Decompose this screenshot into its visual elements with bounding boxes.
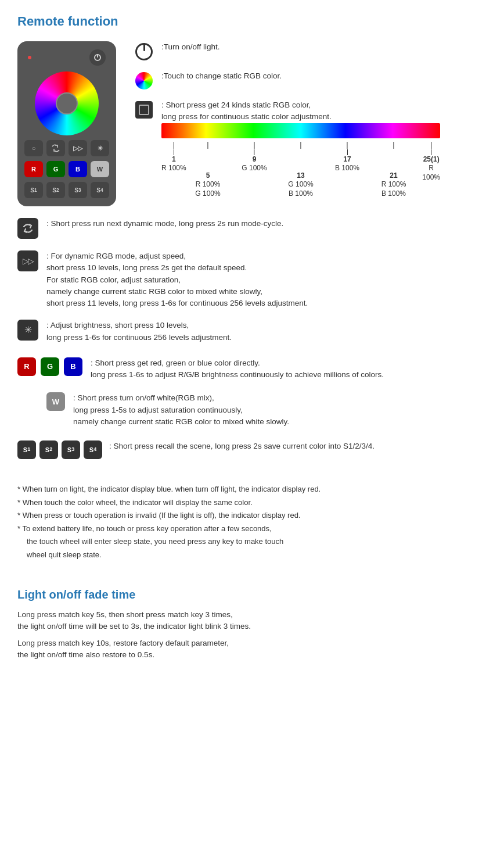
power-desc-row: :Turn on/off light.	[134, 41, 487, 62]
remote-btn-s3[interactable]: S3	[69, 182, 87, 198]
square-desc-text: : Short press get 24 kinds static RGB co…	[161, 99, 332, 123]
brightness-row: ✳ : Adjust brightness, short press 10 le…	[17, 320, 487, 343]
colorwheel-icon-box	[134, 70, 154, 91]
dynamic-mode-text: : Short press run next dynamic mode, lon…	[46, 218, 283, 230]
remote-btn-b[interactable]: B	[69, 161, 87, 177]
light-section-title: Light on/off fade time	[17, 586, 487, 603]
remote-row1: ○ ▷▷ ✳	[24, 140, 109, 156]
color-bar-labels: 1 R 100% 9 G 100% 17 B 100%	[161, 141, 440, 176]
spacer5	[17, 434, 487, 440]
remote-btn-s2[interactable]: S2	[46, 182, 65, 198]
remote-btn-speed[interactable]: ▷▷	[69, 140, 87, 156]
tick-5: 5 R 100% G 100%	[195, 141, 220, 199]
square-desc-row: : Short press get 24 kinds static RGB co…	[134, 99, 487, 123]
colorwheel-desc-row: :Touch to change static RGB color.	[134, 70, 487, 91]
note-4: * To extend battery life, no touch or pr…	[17, 523, 487, 535]
spacer2	[17, 315, 487, 320]
note-3: * When press or touch operation is inval…	[17, 510, 487, 521]
page-title: Remote function	[17, 12, 487, 31]
colorwheel-icon	[135, 72, 153, 89]
speed-icon: ▷▷	[17, 250, 38, 271]
svg-rect-1	[97, 54, 98, 58]
s3-button: S3	[62, 440, 80, 459]
tick-25: 25(1) R 100%	[422, 141, 440, 182]
brightness-text: : Adjust brightness, short press 10 leve…	[46, 320, 232, 343]
square-icon-box	[134, 99, 154, 120]
color-wheel-center	[56, 92, 78, 114]
top-section: ○ ▷▷ ✳ R G B W S1 S2 S3 S4 :Turn on/off …	[17, 41, 487, 206]
spacer1	[17, 245, 487, 250]
note-2: * When touch the color wheel, the indica…	[17, 497, 487, 508]
remote-btn-dynamic[interactable]	[46, 140, 65, 156]
r-button: R	[17, 357, 36, 376]
power-icon	[135, 43, 153, 60]
tick-9: 9 G 100%	[242, 141, 267, 173]
s1-button: S1	[17, 440, 36, 459]
remote-btn-circle[interactable]: ○	[24, 140, 43, 156]
remote-row3: S1 S2 S3 S4	[24, 182, 109, 198]
dynamic-mode-row: : Short press run next dynamic mode, lon…	[17, 218, 487, 239]
remote-control: ○ ▷▷ ✳ R G B W S1 S2 S3 S4	[17, 41, 116, 206]
light-section: Light on/off fade time Long press match …	[17, 586, 487, 661]
remote-row2: R G B W	[24, 161, 109, 177]
s4-button: S4	[84, 440, 102, 459]
b-button: B	[64, 357, 82, 376]
note-1: * When turn on light, the indicator disp…	[17, 483, 487, 495]
remote-btn-r[interactable]: R	[24, 161, 43, 177]
colorwheel-desc-text: :Touch to change static RGB color.	[161, 70, 282, 82]
remote-top-row	[24, 49, 109, 66]
note-5: the touch wheel will enter sleep state, …	[17, 536, 487, 547]
right-descriptions: :Turn on/off light. :Touch to change sta…	[134, 41, 487, 176]
tick-13: 13 G 100% B 100%	[288, 141, 313, 199]
speed-row: ▷▷ : For dynamic RGB mode, adjust speed,…	[17, 250, 487, 309]
speed-text: : For dynamic RGB mode, adjust speed, sh…	[46, 250, 308, 309]
spacer7	[17, 566, 487, 572]
remote-btn-s4[interactable]: S4	[91, 182, 109, 198]
power-icon-box	[134, 41, 154, 62]
spacer3	[17, 349, 487, 357]
tick-17: 17 B 100%	[335, 141, 359, 173]
light-para-1: Long press match key 5s, then short pres…	[17, 609, 487, 633]
led-indicator	[28, 56, 31, 59]
white-text: : Short press turn on/off white(RGB mix)…	[73, 392, 289, 428]
tick-1: 1 R 100%	[161, 141, 186, 173]
spacer6	[17, 467, 487, 477]
remote-btn-w[interactable]: W	[91, 161, 109, 177]
tick-21: 21 R 100% B 100%	[381, 141, 406, 199]
power-desc-text: :Turn on/off light.	[161, 41, 220, 53]
rgb-row: R G B : Short press get red, green or bl…	[17, 357, 487, 381]
g-button: G	[41, 357, 59, 376]
brightness-icon: ✳	[17, 320, 38, 341]
remote-power-button[interactable]	[89, 49, 106, 66]
remote-btn-s1[interactable]: S1	[24, 182, 43, 198]
rgb-text: : Short press get red, green or blue col…	[91, 357, 384, 381]
remote-btn-brightness[interactable]: ✳	[91, 140, 109, 156]
remote-color-wheel[interactable]	[35, 71, 99, 135]
notes-section: * When turn on light, the indicator disp…	[17, 483, 487, 560]
remote-btn-g[interactable]: G	[46, 161, 65, 177]
square-icon-inner	[139, 105, 149, 115]
s2-button: S2	[39, 440, 58, 459]
note-6: wheel quit sleep state.	[17, 549, 487, 561]
color-gradient-bar	[161, 123, 440, 138]
light-para-2: Long press match key 10s, restore factor…	[17, 637, 487, 661]
square-icon	[135, 101, 153, 119]
dynamic-mode-icon	[17, 218, 38, 239]
square-desc-block: : Short press get 24 kinds static RGB co…	[134, 99, 487, 176]
color-bar-section: 1 R 100% 9 G 100% 17 B 100%	[161, 123, 487, 176]
spacer4	[17, 386, 487, 392]
white-row: W : Short press turn on/off white(RGB mi…	[17, 392, 487, 428]
w-button: W	[46, 392, 65, 411]
scene-row: S1 S2 S3 S4 : Short press recall the sce…	[17, 440, 487, 459]
scene-text: : Short press recall the scene, long pre…	[109, 440, 375, 452]
